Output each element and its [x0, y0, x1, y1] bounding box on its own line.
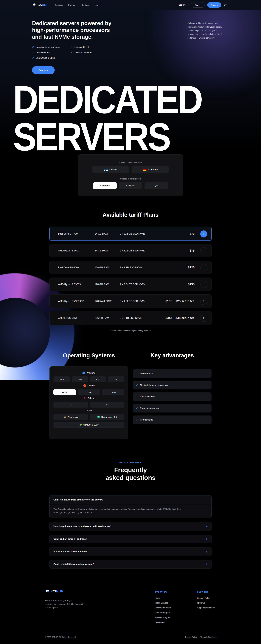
plan-chevron-button[interactable]: ›	[200, 314, 207, 322]
plan-chevron-button[interactable]: ›	[200, 247, 207, 254]
os-option-10[interactable]: 10	[108, 376, 124, 382]
plan-price: $195 + $25 setup fee	[166, 300, 194, 303]
nav-link-partners[interactable]: Partners	[68, 4, 76, 6]
footer-link-virtual-servers[interactable]: Virtual Servers	[155, 602, 171, 604]
plan-row-intel-core-i9-9900k[interactable]: Intel Core i9-9900K128 GB RAM2 x 1 TB SS…	[50, 261, 211, 274]
feature-label: Dedicated IPv4	[74, 46, 89, 48]
brand-text: CSRDP	[38, 3, 49, 7]
location-options: FinlandGermany	[92, 166, 169, 173]
feature-column-1: ✓Non-shared performance✓Unlimited traffi…	[32, 46, 60, 62]
check-icon: ✓	[32, 56, 34, 60]
plan-row-intel-core-i7-7700[interactable]: Intel Core i7-770064 GB RAM2 x 512 GB SS…	[50, 227, 211, 240]
faq-item[interactable]: How long does it take to activate a dedi…	[50, 522, 211, 531]
advantage-label: Fixed pricing	[140, 418, 153, 421]
plan-cpu: Intel Core i7-7700	[58, 232, 95, 235]
faq-item[interactable]: Can I reinstall the operating system?+	[50, 560, 211, 569]
language-selector[interactable]: EN	[179, 4, 186, 6]
faq-item[interactable]: Is traffic on the server limited?+	[50, 547, 211, 556]
expand-icon[interactable]: +	[206, 537, 208, 541]
plan-cpu: AMD Ryzen 5 3600	[58, 249, 95, 252]
footer-link-home[interactable]: Home	[155, 597, 171, 599]
brand-logo[interactable]: CSRDP	[32, 3, 49, 7]
feature-label: Guaranteed 1 Gbps	[36, 57, 55, 59]
expand-icon[interactable]: +	[206, 562, 208, 566]
faq-answer: Yes, Android emulators work stably on de…	[50, 504, 186, 518]
footer-link-dashboard[interactable]: Dashboard	[155, 621, 171, 624]
windows-icon	[82, 372, 85, 374]
collapse-icon[interactable]: −	[206, 498, 208, 502]
os-option-label: 24.04	[111, 391, 116, 393]
period-button-6-months[interactable]: 6 months	[119, 182, 142, 189]
feature-label: Unlimited workload	[74, 51, 92, 54]
buy-now-button[interactable]: Buy now	[32, 66, 55, 74]
footer-link-dedicated-servers[interactable]: Dedicated Servers	[155, 606, 171, 609]
os-option-11[interactable]: 11	[53, 402, 88, 408]
plan-storage: 2 x 512 GB SSD NVMe	[120, 232, 189, 235]
sign-in-button[interactable]: Sign in	[191, 2, 205, 8]
plan-row-amd-ryzen-9-5950x[interactable]: AMD Ryzen 9 5950X128 GB RAM2 x 3.84 TB S…	[50, 278, 211, 291]
plan-ram: 128 GB RAM	[95, 283, 120, 286]
legal-link-privacy-policy[interactable]: Privacy Policy	[185, 636, 197, 638]
nav-link-services[interactable]: Services	[55, 4, 63, 6]
period-button-3-months[interactable]: 3 months	[93, 182, 117, 189]
plan-price: $195	[188, 282, 194, 286]
os-option-22-04[interactable]: 22.04	[78, 389, 100, 395]
os-option-rocky-linux-8-9[interactable]: Rocky Linux: 8, 9	[90, 414, 124, 420]
plan-chevron-button[interactable]: ›	[200, 298, 207, 305]
plan-cpu: AMD EPYC 9454	[58, 317, 95, 320]
plan-row-amd-epyc-9454[interactable]: AMD EPYC 9454256 GB RAM2 x 2 TB SSD NVME…	[50, 311, 211, 325]
plan-storage: 2 x 3.84 TB SSD NVMe	[120, 283, 188, 286]
footer-legal-links: Privacy Policy•Terms & Conditions	[185, 636, 217, 638]
os-option-12[interactable]: 12	[90, 402, 124, 408]
plan-chevron-button[interactable]: ›	[200, 281, 207, 288]
os-group-label: Windows	[87, 372, 95, 374]
expand-icon[interactable]: +	[206, 524, 208, 528]
os-option-2019[interactable]: 2019	[72, 376, 88, 382]
plan-chevron-button[interactable]: ›	[200, 264, 207, 271]
check-icon: ✓	[70, 46, 73, 48]
os-option-2022[interactable]: 2022	[90, 376, 106, 382]
os-option-24-04[interactable]: 24.04	[102, 389, 124, 395]
footer-link-telegram[interactable]: Telegram	[197, 602, 215, 604]
faq-question-row: Can I reinstall the operating system?+	[50, 560, 211, 568]
footer-link-support-csrdp-host[interactable]: support@csrdp.host	[197, 606, 215, 609]
location-button-finland[interactable]: Finland	[92, 166, 129, 173]
page: CSRDP ServicesPartnersContactsInfo EN Si…	[0, 0, 261, 644]
plan-row-amd-ryzen-9-7950x3d[interactable]: AMD Ryzen 9 7950X3D128 RAM DDR52 x 1.92 …	[50, 294, 211, 308]
footer-link-referral-program[interactable]: Referral Program	[155, 612, 171, 614]
plan-chevron-button[interactable]: ›	[200, 230, 207, 238]
faq-item[interactable]: Can I add an extra IP address?+	[50, 535, 211, 544]
legal-link-terms-conditions[interactable]: Terms & Conditions	[200, 636, 217, 638]
os-option-label: 11	[70, 404, 72, 406]
location-label: Finland	[109, 168, 117, 171]
divider-line	[96, 398, 124, 398]
os-option-label: 20.04	[62, 391, 67, 393]
os-option-20-04[interactable]: 20.04	[53, 389, 76, 395]
plan-row-amd-ryzen-5-3600[interactable]: AMD Ryzen 5 360064 GB RAM2 x 512 GB SSD …	[50, 244, 211, 258]
hero-section: Dedicated servers powered by high-perfor…	[32, 20, 111, 62]
nav-link-contacts[interactable]: Contacts	[81, 4, 89, 6]
advantage-label: 99.9% uptime	[140, 372, 154, 375]
footer-link-reseller-program[interactable]: Reseller Program	[155, 616, 171, 618]
advantage-label: Fast activation	[140, 396, 155, 398]
advantage-label: No limitations on server load	[140, 384, 169, 386]
theme-toggle-button[interactable]	[224, 3, 227, 7]
os-option-centos-8-9-10[interactable]: CentOS: 8, 9, 10	[53, 422, 124, 428]
nav-link-info[interactable]: Info	[95, 4, 98, 6]
faq-eyebrow: HELP & SUPPORT	[0, 462, 261, 464]
faq-question: Is traffic on the server limited?	[53, 550, 87, 553]
footer-logo[interactable]: CSRDP	[45, 589, 63, 594]
os-option-2016[interactable]: 2016	[53, 376, 70, 382]
os-group-name: Ubuntu	[83, 384, 95, 387]
plan-cpu: AMD Ryzen 9 7950X3D	[58, 300, 95, 303]
location-button-germany[interactable]: Germany	[132, 166, 169, 173]
rocky-icon	[97, 416, 100, 418]
period-button-1-year[interactable]: 1 year	[144, 182, 168, 189]
footer-link-support-ticket[interactable]: Support Ticket	[197, 597, 215, 599]
sign-up-button[interactable]: Sign up	[207, 2, 221, 8]
feature-column-2: ✓Dedicated IPv4✓Unlimited workload	[70, 46, 92, 62]
expand-icon[interactable]: +	[206, 550, 208, 554]
os-option-alma-linux[interactable]: Alma Linux	[53, 414, 88, 420]
os-card: Windows20162019202210Ubuntu20.0422.0424.…	[50, 366, 128, 439]
faq-item[interactable]: Can I run an Android emulator on the ser…	[50, 495, 211, 518]
